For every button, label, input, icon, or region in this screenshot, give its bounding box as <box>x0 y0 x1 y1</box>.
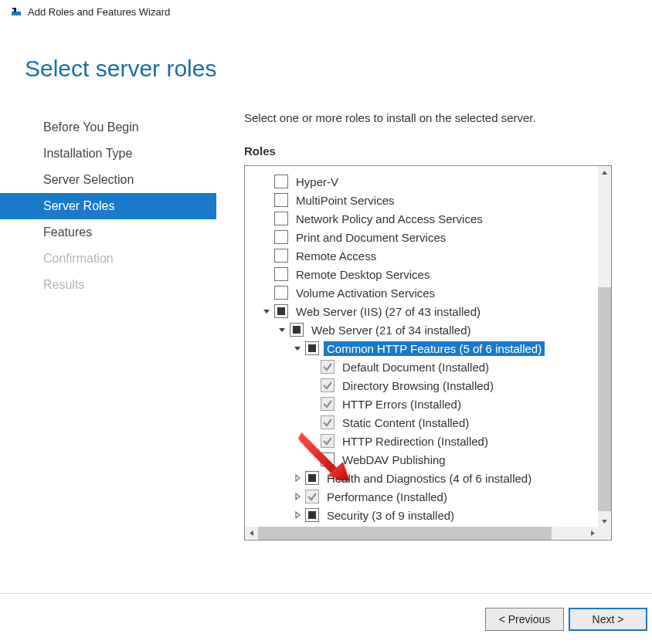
step-before-you-begin[interactable]: Before You Begin <box>0 114 216 141</box>
checkbox-empty[interactable] <box>274 212 288 225</box>
checkbox-empty[interactable] <box>274 230 288 244</box>
tree-node-label[interactable]: Network Policy and Access Services <box>293 212 486 226</box>
step-server-selection[interactable]: Server Selection <box>0 167 216 193</box>
checkbox-empty[interactable] <box>274 193 288 207</box>
checkbox-checked-locked[interactable] <box>321 397 334 411</box>
roles-tree: Hyper-VMultiPoint ServicesNetwork Policy… <box>244 165 612 541</box>
tree-row[interactable]: HTTP Errors (Installed) <box>245 395 599 413</box>
tree-row[interactable]: Print and Document Services <box>245 228 599 246</box>
page-title: Select server roles <box>0 20 652 90</box>
checkbox-partial[interactable] <box>290 323 304 337</box>
tree-row[interactable]: WebDAV Publishing <box>245 450 599 469</box>
svg-rect-2 <box>12 8 15 9</box>
tree-row[interactable]: Network Policy and Access Services <box>245 209 599 228</box>
tree-row[interactable]: Static Content (Installed) <box>245 413 599 432</box>
tree-row[interactable]: Web Server (21 of 34 installed) <box>245 320 599 339</box>
tree-node-label[interactable]: Directory Browsing (Installed) <box>339 378 497 393</box>
main-panel: Select one or more roles to install on t… <box>216 111 652 541</box>
tree-row[interactable]: HTTP Redirection (Installed) <box>245 432 599 450</box>
expander-expanded-icon[interactable] <box>260 305 273 317</box>
wizard-footer: < Previous Next > <box>0 593 652 644</box>
tree-node-label[interactable]: Print and Document Services <box>293 230 449 245</box>
tree-node-label[interactable]: Health and Diagnostics (4 of 6 installed… <box>324 471 535 486</box>
tree-node-label[interactable]: Hyper-V <box>293 175 341 189</box>
hscroll-track[interactable] <box>258 527 586 540</box>
tree-node-label[interactable]: Web Server (IIS) (27 of 43 installed) <box>293 304 484 319</box>
step-confirmation: Confirmation <box>0 246 216 272</box>
previous-button[interactable]: < Previous <box>485 608 564 631</box>
checkbox-partial[interactable] <box>305 508 319 522</box>
window-title: Add Roles and Features Wizard <box>28 6 170 18</box>
checkbox-empty[interactable] <box>274 249 288 263</box>
tree-row[interactable]: Volume Activation Services <box>245 283 599 302</box>
checkbox-partial[interactable] <box>305 341 319 355</box>
wizard-steps: Before You Begin Installation Type Serve… <box>0 111 216 541</box>
scroll-left-icon[interactable] <box>245 527 258 540</box>
tree-row[interactable]: Remote Access <box>245 246 599 265</box>
step-features[interactable]: Features <box>0 219 216 246</box>
tree-node-label[interactable]: Remote Desktop Services <box>293 267 433 282</box>
expander-collapsed-icon[interactable] <box>291 490 304 503</box>
checkbox-checked-locked[interactable] <box>321 360 334 374</box>
checkbox-empty[interactable] <box>274 267 288 281</box>
vscroll-track[interactable] <box>598 179 611 515</box>
tree-node-label[interactable]: Web Server (21 of 34 installed) <box>308 323 474 337</box>
window-titlebar: Add Roles and Features Wizard <box>0 0 652 20</box>
checkbox-checked-locked[interactable] <box>305 490 319 503</box>
step-installation-type[interactable]: Installation Type <box>0 141 216 167</box>
expander-expanded-icon[interactable] <box>291 342 304 354</box>
checkbox-empty[interactable] <box>321 452 334 466</box>
tree-node-label[interactable]: Common HTTP Features (5 of 6 installed) <box>324 341 545 356</box>
step-results: Results <box>0 272 216 298</box>
expander-collapsed-icon[interactable] <box>291 472 304 484</box>
tree-row[interactable]: Performance (Installed) <box>245 487 599 506</box>
checkbox-checked-locked[interactable] <box>321 434 334 448</box>
instruction-text: Select one or more roles to install on t… <box>244 111 621 124</box>
scroll-up-icon[interactable] <box>598 166 611 179</box>
tree-row[interactable]: Directory Browsing (Installed) <box>245 376 599 395</box>
tree-row[interactable]: Hyper-V <box>245 172 599 191</box>
tree-node-label[interactable]: WebDAV Publishing <box>339 452 449 467</box>
tree-row[interactable]: Default Document (Installed) <box>245 358 599 376</box>
roles-section-label: Roles <box>244 144 621 158</box>
tree-node-label[interactable]: Remote Access <box>293 249 379 263</box>
checkbox-checked-locked[interactable] <box>321 378 334 392</box>
hscroll-thumb[interactable] <box>258 527 552 540</box>
tree-node-label[interactable]: Performance (Installed) <box>324 490 450 504</box>
checkbox-checked-locked[interactable] <box>321 415 334 429</box>
expander-collapsed-icon[interactable] <box>291 509 304 521</box>
next-button[interactable]: Next > <box>569 608 647 631</box>
checkbox-partial[interactable] <box>305 471 319 485</box>
tree-row[interactable]: Health and Diagnostics (4 of 6 installed… <box>245 469 599 487</box>
checkbox-partial[interactable] <box>274 304 288 318</box>
tree-node-label[interactable]: HTTP Errors (Installed) <box>339 397 464 412</box>
tree-node-label[interactable]: MultiPoint Services <box>293 193 398 208</box>
tree-node-label[interactable]: Default Document (Installed) <box>339 360 492 375</box>
tree-node-label[interactable]: Static Content (Installed) <box>339 415 472 430</box>
checkbox-empty[interactable] <box>274 175 288 188</box>
horizontal-scrollbar[interactable] <box>245 527 599 540</box>
step-server-roles[interactable]: Server Roles <box>0 193 216 219</box>
tree-row[interactable]: Web Server (IIS) (27 of 43 installed) <box>245 302 599 320</box>
checkbox-empty[interactable] <box>274 286 288 300</box>
tree-node-label[interactable]: Security (3 of 9 installed) <box>324 508 457 523</box>
tree-row[interactable]: Common HTTP Features (5 of 6 installed) <box>245 339 599 358</box>
wizard-app-icon <box>11 5 23 18</box>
scrollbar-corner <box>598 527 611 540</box>
tree-node-label[interactable]: Volume Activation Services <box>293 286 438 300</box>
expander-expanded-icon[interactable] <box>276 324 288 336</box>
tree-row[interactable]: Remote Desktop Services <box>245 265 599 283</box>
vertical-scrollbar[interactable] <box>598 166 611 528</box>
vscroll-thumb[interactable] <box>598 287 611 511</box>
tree-row[interactable]: MultiPoint Services <box>245 191 599 209</box>
tree-node-label[interactable]: HTTP Redirection (Installed) <box>339 434 491 449</box>
tree-row[interactable]: Security (3 of 9 installed) <box>245 506 599 524</box>
